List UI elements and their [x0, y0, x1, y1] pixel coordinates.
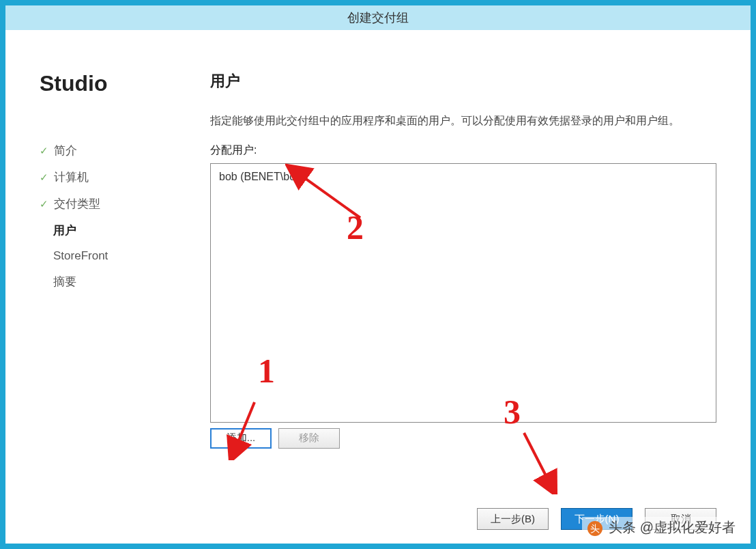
step-storefront: StoreFront — [40, 244, 176, 268]
wizard-sidebar: Studio 简介 计算机 交付类型 用户 StoreFront 摘要 — [5, 30, 197, 544]
step-delivery-type[interactable]: 交付类型 — [40, 191, 176, 217]
step-machines[interactable]: 计算机 — [40, 164, 176, 191]
wizard-steps: 简介 计算机 交付类型 用户 StoreFront 摘要 — [40, 137, 176, 295]
page-title: 用户 — [210, 71, 716, 92]
main-panel: 用户 指定能够使用此交付组中的应用程序和桌面的用户。可以分配使用有效凭据登录的用… — [197, 30, 751, 544]
assign-users-label: 分配用户: — [210, 143, 716, 158]
window-title: 创建交付组 — [347, 10, 409, 26]
step-users[interactable]: 用户 — [40, 217, 176, 244]
add-user-button[interactable]: 添加... — [210, 428, 272, 449]
studio-logo: Studio — [40, 71, 176, 96]
step-intro[interactable]: 简介 — [40, 137, 176, 164]
dialog-window: 创建交付组 Studio 简介 计算机 交付类型 用户 StoreFront 摘… — [0, 0, 756, 549]
watermark-icon: 头 — [587, 521, 602, 536]
page-description: 指定能够使用此交付组中的应用程序和桌面的用户。可以分配使用有效凭据登录的用户和用… — [210, 112, 716, 130]
remove-user-button: 移除 — [278, 428, 340, 449]
watermark: 头 头条 @虚拟化爱好者 — [582, 517, 741, 538]
window-titlebar: 创建交付组 — [5, 5, 751, 30]
list-item[interactable]: bob (BENET\bob) — [219, 171, 708, 183]
watermark-text: 头条 @虚拟化爱好者 — [609, 520, 736, 535]
assigned-users-listbox[interactable]: bob (BENET\bob) — [210, 163, 716, 423]
back-button[interactable]: 上一步(B) — [477, 508, 549, 530]
dialog-content: Studio 简介 计算机 交付类型 用户 StoreFront 摘要 用户 指… — [5, 30, 751, 544]
list-action-buttons: 添加... 移除 — [210, 428, 716, 449]
step-summary: 摘要 — [40, 268, 176, 295]
